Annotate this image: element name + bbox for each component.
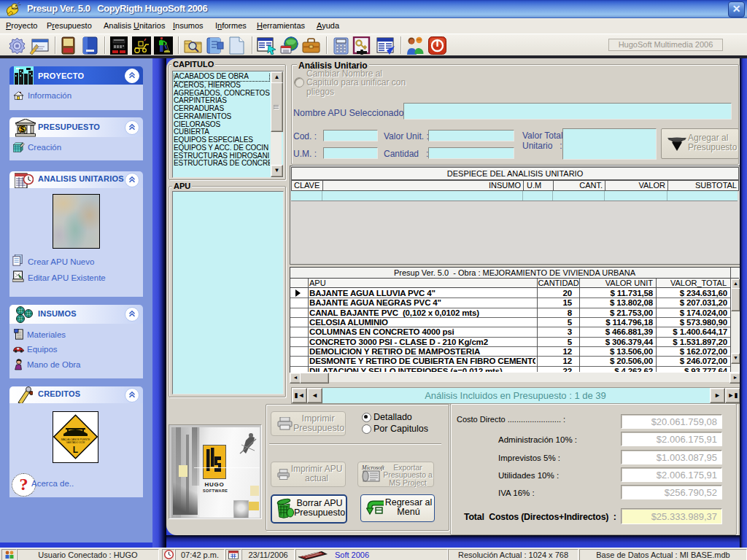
svg-text:GASTADO OCW: GASTADO OCW xyxy=(66,441,85,444)
svg-text:L: L xyxy=(73,445,78,455)
svg-text:$: $ xyxy=(20,125,24,133)
svg-text:Microsoft: Microsoft xyxy=(361,464,384,471)
